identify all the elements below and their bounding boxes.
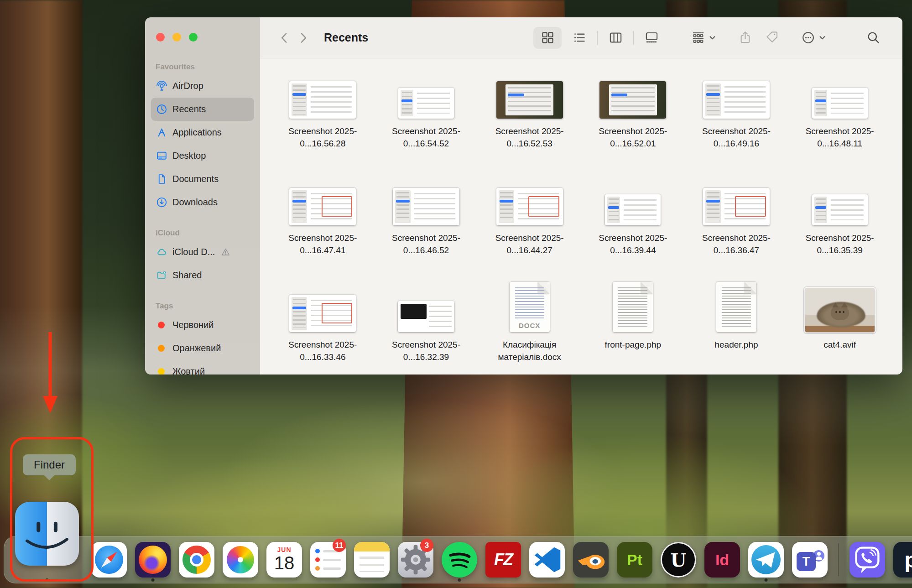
minimize-button[interactable]	[172, 33, 181, 42]
sidebar-item-icloud-d[interactable]: iCloud D...	[151, 240, 254, 264]
file-item[interactable]: Screenshot 2025-0...16.47.41	[271, 171, 375, 277]
dock-item-unreal-engine[interactable]: U	[660, 536, 697, 583]
sidebar-item-applications[interactable]: Applications	[151, 121, 254, 144]
sidebar-item-downloads[interactable]: Downloads	[151, 191, 254, 214]
photos-icon	[223, 542, 258, 578]
file-item[interactable]: Screenshot 2025-0...16.54.52	[375, 64, 478, 171]
file-item[interactable]: Screenshot 2025-0...16.33.46	[271, 277, 375, 375]
file-item[interactable]: Screenshot 2025-0...16.32.39	[375, 277, 478, 375]
back-button[interactable]	[276, 28, 294, 48]
dock-item-vscode[interactable]	[529, 536, 565, 583]
file-item[interactable]: front-page.php	[581, 277, 685, 375]
share-button[interactable]	[732, 27, 759, 49]
sidebar-item-label: Shared	[172, 270, 202, 281]
file-thumbnail	[599, 81, 666, 119]
grid-view-button[interactable]	[533, 27, 562, 49]
search-button[interactable]	[860, 27, 887, 49]
list-view-button[interactable]	[565, 27, 594, 49]
dock-item-telegram[interactable]	[748, 536, 784, 583]
microsoft-teams-icon: T	[792, 542, 828, 578]
sidebar-item-червоний[interactable]: Червоний	[151, 313, 254, 337]
file-item[interactable]: Screenshot 2025-0...16.48.11	[788, 64, 891, 171]
dock-item-blender[interactable]	[573, 536, 609, 583]
sidebar-item-shared[interactable]: Shared	[151, 264, 254, 287]
toolbar-actions	[533, 27, 887, 49]
app-logo-letter: p	[904, 547, 912, 572]
file-name: Screenshot 2025-0...16.46.52	[383, 232, 469, 256]
file-item[interactable]: header.php	[685, 277, 788, 375]
sidebar-item-airdrop[interactable]: AirDrop	[151, 74, 254, 98]
dock-item-notes[interactable]	[354, 536, 390, 583]
dock-item-indesign[interactable]: Id	[704, 536, 740, 583]
file-name: Screenshot 2025-0...16.54.52	[383, 125, 469, 150]
file-item[interactable]: Screenshot 2025-0...16.52.01	[581, 64, 685, 171]
file-item[interactable]: Screenshot 2025-0...16.49.16	[685, 64, 788, 171]
file-item[interactable]: Screenshot 2025-0...16.35.39	[788, 171, 891, 277]
zoom-button[interactable]	[189, 33, 198, 42]
chevron-down-icon	[709, 34, 716, 42]
sidebar-item-label: Recents	[172, 104, 206, 114]
running-indicator-dot	[151, 578, 155, 582]
dock-item-filezilla[interactable]: FZ	[485, 536, 521, 583]
sidebar-item-жовтий[interactable]: Жовтий	[151, 360, 254, 375]
file-item[interactable]: cat4.avif	[788, 277, 891, 375]
window-controls	[156, 33, 254, 42]
file-item[interactable]: Screenshot 2025-0...16.52.53	[478, 64, 581, 171]
file-thumbnail	[812, 88, 868, 119]
dock-item-p-app[interactable]: p	[893, 536, 912, 583]
file-item[interactable]: Screenshot 2025-0...16.46.52	[375, 171, 478, 277]
dock-item-photos[interactable]	[222, 536, 259, 583]
dock-item-microsoft-teams[interactable]: T	[792, 536, 828, 583]
dock-item-chrome[interactable]	[178, 536, 215, 583]
file-item[interactable]: Screenshot 2025-0...16.44.27	[478, 171, 581, 277]
file-name: Класифікація матеріалів.docx	[486, 339, 573, 363]
file-thumbnail-wrap	[613, 277, 653, 332]
file-thumbnail-wrap	[496, 64, 563, 119]
file-item[interactable]: Screenshot 2025-0...16.56.28	[271, 64, 375, 171]
forward-button[interactable]	[294, 28, 312, 48]
file-thumbnail-wrap	[605, 171, 661, 225]
group-by-button[interactable]	[685, 27, 723, 49]
file-thumbnail	[605, 194, 661, 225]
group-by-icon	[691, 31, 705, 45]
file-thumbnail-wrap	[398, 64, 454, 119]
sidebar-item-documents[interactable]: Documents	[151, 167, 254, 191]
file-item[interactable]: Screenshot 2025-0...16.39.44	[581, 171, 685, 277]
dock-item-reminders[interactable]: 11	[310, 536, 346, 583]
sidebar-item-label: Desktop	[172, 151, 206, 161]
file-thumbnail	[812, 194, 868, 225]
unreal-logo-letter: U	[671, 549, 687, 571]
dock-item-firefox[interactable]	[135, 536, 171, 583]
file-item[interactable]: DOCXКласифікація матеріалів.docx	[478, 277, 581, 375]
tag-color-dot	[158, 322, 165, 328]
sidebar-section-icloud: iCloudiCloud D...Shared	[151, 228, 254, 287]
image-thumbnail	[805, 288, 875, 332]
tag-color-dot	[158, 368, 165, 375]
file-name: Screenshot 2025-0...16.49.16	[693, 125, 780, 150]
file-name: Screenshot 2025-0...16.52.53	[486, 125, 573, 150]
file-thumbnail	[496, 81, 563, 119]
dock-item-viber[interactable]	[849, 536, 886, 583]
warning-icon	[221, 247, 230, 257]
substance-painter-icon: Pt	[617, 542, 652, 578]
dock-item-substance-painter[interactable]: Pt	[616, 536, 653, 583]
dock-divider	[838, 543, 839, 576]
dock-item-spotify[interactable]	[441, 536, 478, 583]
dock-item-calendar[interactable]: JUN18	[266, 536, 302, 583]
share-icon	[738, 31, 752, 45]
file-item[interactable]: Screenshot 2025-0...16.36.47	[685, 171, 788, 277]
sidebar-item-оранжевий[interactable]: Оранжевий	[151, 337, 254, 360]
file-thumbnail-wrap	[703, 64, 770, 119]
more-actions-button[interactable]	[795, 27, 833, 49]
dock-item-system-settings[interactable]: 3	[397, 536, 434, 583]
close-button[interactable]	[156, 33, 165, 42]
gallery-view-button[interactable]	[637, 27, 666, 49]
tags-button[interactable]	[759, 27, 786, 49]
dock-item-safari[interactable]	[91, 536, 127, 583]
file-thumbnail	[289, 188, 356, 225]
sidebar-item-desktop[interactable]: Desktop	[151, 144, 254, 167]
sidebar-item-recents[interactable]: Recents	[151, 98, 254, 121]
calendar-icon: JUN18	[266, 542, 302, 578]
calendar-month: JUN	[277, 546, 291, 553]
column-view-button[interactable]	[601, 27, 630, 49]
